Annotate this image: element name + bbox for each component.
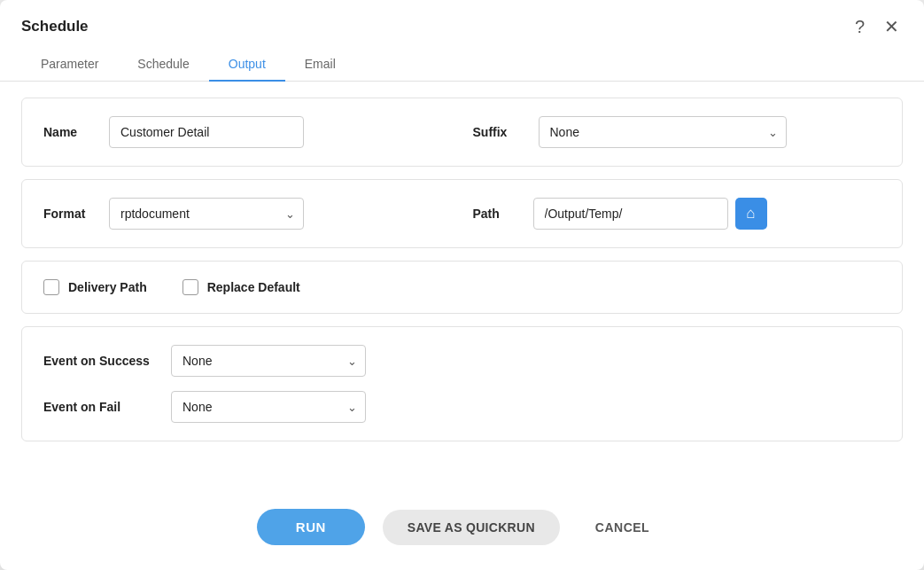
save-as-quickrun-button[interactable]: SAVE AS QUICKRUN xyxy=(383,510,560,545)
tab-email[interactable]: Email xyxy=(285,48,355,82)
format-path-row: Format rptdocument PDF Excel Word ⌄ Path xyxy=(43,198,881,230)
event-fail-row: Event on Fail None ⌄ xyxy=(43,391,881,423)
header-icons: ? ✕ xyxy=(851,16,903,37)
name-label: Name xyxy=(43,125,97,139)
name-suffix-row: Name Suffix None Date Time DateTime ⌄ xyxy=(43,116,881,148)
path-input[interactable] xyxy=(533,198,728,230)
path-group: Path ⌂ xyxy=(473,198,881,230)
replace-default-checkbox[interactable] xyxy=(182,279,198,295)
event-success-select[interactable]: None xyxy=(171,345,366,377)
event-fail-label: Event on Fail xyxy=(43,400,159,414)
path-label: Path xyxy=(473,207,526,221)
delivery-path-label: Delivery Path xyxy=(68,280,147,294)
replace-default-group: Replace Default xyxy=(182,279,300,295)
tab-parameter[interactable]: Parameter xyxy=(21,48,118,82)
home-icon: ⌂ xyxy=(746,205,755,223)
tab-output[interactable]: Output xyxy=(209,48,285,82)
cancel-button[interactable]: CANCEL xyxy=(578,510,667,545)
format-label: Format xyxy=(43,207,97,221)
events-section: Event on Success None ⌄ Event on Fail No… xyxy=(43,345,881,423)
dialog-footer: RUN SAVE AS QUICKRUN CANCEL xyxy=(0,491,924,570)
suffix-select[interactable]: None Date Time DateTime xyxy=(539,116,787,148)
event-success-row: Event on Success None ⌄ xyxy=(43,345,881,377)
name-group: Name xyxy=(43,116,452,148)
dialog-title: Schedule xyxy=(21,18,89,35)
dialog-content: Name Suffix None Date Time DateTime ⌄ xyxy=(0,82,924,491)
delivery-row: Delivery Path Replace Default xyxy=(43,279,881,295)
event-fail-wrapper: None ⌄ xyxy=(171,391,366,423)
format-select[interactable]: rptdocument PDF Excel Word xyxy=(109,198,304,230)
suffix-select-wrapper: None Date Time DateTime ⌄ xyxy=(539,116,787,148)
replace-default-label: Replace Default xyxy=(207,280,300,294)
format-group: Format rptdocument PDF Excel Word ⌄ xyxy=(43,198,452,230)
event-success-wrapper: None ⌄ xyxy=(171,345,366,377)
event-fail-select[interactable]: None xyxy=(171,391,366,423)
delivery-path-checkbox[interactable] xyxy=(43,279,59,295)
format-select-wrapper: rptdocument PDF Excel Word ⌄ xyxy=(109,198,304,230)
format-path-card: Format rptdocument PDF Excel Word ⌄ Path xyxy=(21,179,903,248)
suffix-label: Suffix xyxy=(473,125,526,139)
tab-bar: Parameter Schedule Output Email xyxy=(0,48,924,82)
tab-schedule[interactable]: Schedule xyxy=(118,48,208,82)
close-button[interactable]: ✕ xyxy=(881,16,903,37)
home-button[interactable]: ⌂ xyxy=(735,198,767,230)
events-card: Event on Success None ⌄ Event on Fail No… xyxy=(21,326,903,441)
run-button[interactable]: RUN xyxy=(257,509,365,545)
schedule-dialog: Schedule ? ✕ Parameter Schedule Output E… xyxy=(0,0,924,570)
name-input[interactable] xyxy=(109,116,304,148)
help-button[interactable]: ? xyxy=(851,16,868,37)
event-success-label: Event on Success xyxy=(43,354,159,368)
delivery-card: Delivery Path Replace Default xyxy=(21,261,903,314)
suffix-group: Suffix None Date Time DateTime ⌄ xyxy=(473,116,881,148)
dialog-header: Schedule ? ✕ xyxy=(0,0,924,37)
name-suffix-card: Name Suffix None Date Time DateTime ⌄ xyxy=(21,98,903,167)
delivery-path-group: Delivery Path xyxy=(43,279,147,295)
